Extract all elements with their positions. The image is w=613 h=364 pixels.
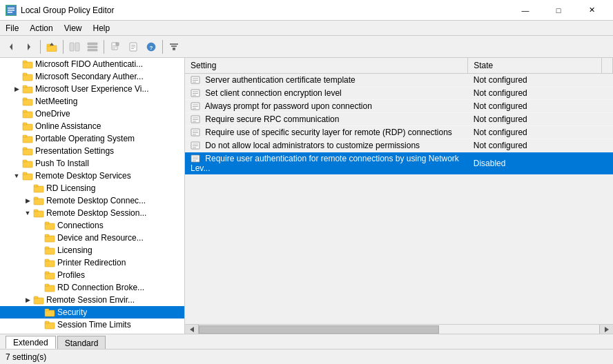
tab-extended[interactable]: Extended (6, 336, 56, 349)
tree-item-onedrive[interactable]: OneDrive (0, 108, 184, 120)
tree-item-profiles[interactable]: Profiles (0, 269, 184, 281)
expand-rd-conn: ▶ (22, 194, 33, 207)
tree-item-rd-conn-broker[interactable]: RD Connection Broke... (0, 281, 184, 294)
svg-rect-22 (131, 48, 134, 49)
tree-item-presentation[interactable]: Presentation Settings (0, 145, 184, 157)
expand-secondary (11, 70, 22, 83)
setting-icon-0 (191, 76, 200, 84)
menu-action[interactable]: Action (24, 22, 58, 34)
new-button[interactable] (107, 39, 124, 55)
expand-userexp: ▶ (11, 83, 22, 95)
expand-printer (33, 256, 44, 269)
tree-item-userexp[interactable]: ▶ Microsoft User Experience Vi... (0, 83, 184, 95)
tree-item-secondary[interactable]: Microsoft Secondary Auther... (0, 70, 184, 83)
col-extra (602, 58, 613, 73)
folder-up-button[interactable] (43, 39, 60, 55)
menu-file[interactable]: File (0, 22, 24, 34)
tab-standard[interactable]: Standard (57, 336, 106, 349)
tree-label-session-time: Session Time Limits (57, 320, 131, 330)
setting-icon-4 (191, 128, 200, 136)
tree-label-device: Device and Resource... (57, 233, 144, 243)
window-title: Local Group Policy Editor (21, 6, 114, 15)
table-row-selected[interactable]: Require user authentication for remote c… (185, 152, 613, 174)
table-row[interactable]: Server authentication certificate templa… (185, 73, 613, 86)
folder-licensing (44, 245, 55, 256)
table-row[interactable]: Always prompt for password upon connecti… (185, 99, 613, 112)
svg-rect-61 (45, 247, 49, 249)
status-bar: 7 setting(s) (0, 349, 613, 364)
extra-cell-0 (602, 73, 613, 86)
toolbar-sep-4 (162, 40, 163, 54)
svg-rect-55 (34, 210, 38, 212)
h-scrollbar[interactable] (185, 324, 613, 334)
scroll-right-btn[interactable] (599, 325, 613, 334)
extra-cell-1 (602, 86, 613, 99)
folder-connections (44, 220, 55, 231)
extra-cell-5 (602, 139, 613, 152)
tree-item-remote-desktop[interactable]: ▼ Remote Desktop Services (0, 170, 184, 182)
tree-item-netmeeting[interactable]: NetMeeting (0, 95, 184, 108)
properties-button[interactable] (125, 39, 142, 55)
tree-item-portable[interactable]: Portable Operating System (0, 132, 184, 145)
menu-help[interactable]: Help (88, 22, 116, 34)
toolbar: ? (0, 36, 613, 58)
setting-icon-3 (191, 115, 200, 123)
tree-item-rd-connection[interactable]: ▶ Remote Desktop Connec... (0, 194, 184, 207)
svg-marker-4 (10, 43, 12, 50)
show-hide-button[interactable] (66, 39, 83, 55)
tree-item-device[interactable]: Device and Resource... (0, 232, 184, 244)
table-row[interactable]: Require secure RPC communication Not con… (185, 112, 613, 125)
close-button[interactable]: ✕ (576, 0, 607, 21)
tree-item-fido[interactable]: Microsoft FIDO Authenticati... (0, 58, 184, 70)
tree-button[interactable] (84, 39, 101, 55)
tree-item-printer[interactable]: Printer Redirection (0, 256, 184, 269)
tree-item-remote-session-env[interactable]: ▶ Remote Session Envir... (0, 294, 184, 306)
state-cell: Not configured (468, 99, 602, 112)
tree-label-profiles: Profiles (57, 270, 85, 280)
minimize-button[interactable]: — (509, 0, 541, 21)
svg-rect-56 (45, 223, 55, 230)
scroll-thumb[interactable] (199, 325, 439, 334)
help-button[interactable]: ? (143, 39, 159, 55)
tree-item-security[interactable]: Security (0, 306, 184, 318)
svg-marker-103 (605, 327, 609, 332)
tree-item-rd-session[interactable]: ▼ Remote Desktop Session... (0, 207, 184, 219)
tree-item-session-time[interactable]: Session Time Limits (0, 318, 184, 331)
maximize-button[interactable]: □ (543, 0, 574, 21)
svg-rect-43 (23, 135, 27, 137)
settings-table-scroll[interactable]: Setting State Server authentication cert… (185, 58, 613, 324)
svg-marker-5 (28, 43, 30, 50)
scroll-left-btn[interactable] (185, 325, 199, 334)
table-row[interactable]: Require use of specific security layer f… (185, 125, 613, 139)
table-row[interactable]: Set client connection encryption level N… (185, 86, 613, 99)
filter-button[interactable] (166, 39, 182, 55)
expand-rd-sess: ▼ (22, 207, 33, 219)
tree-item-rd-licensing[interactable]: RD Licensing (0, 182, 184, 194)
toolbar-sep-1 (40, 40, 41, 54)
tree-item-connections[interactable]: Connections (0, 219, 184, 232)
menu-view[interactable]: View (59, 22, 88, 34)
tree-label-licensing: Licensing (57, 245, 93, 255)
tree-panel[interactable]: Microsoft FIDO Authenticati... Microsoft… (0, 58, 185, 334)
forward-button[interactable] (21, 39, 37, 55)
expand-rds: ▼ (11, 170, 22, 182)
menu-bar: File Action View Help (0, 21, 613, 36)
folder-secondary (22, 71, 33, 82)
folder-push (22, 158, 33, 169)
svg-rect-13 (88, 49, 97, 51)
table-row[interactable]: Do not allow local administrators to cus… (185, 139, 613, 152)
svg-rect-50 (34, 186, 43, 192)
expand-onedrive (11, 108, 22, 120)
back-button[interactable] (3, 39, 19, 55)
svg-rect-78 (191, 90, 200, 97)
svg-rect-74 (191, 77, 200, 83)
tree-item-licensing[interactable]: Licensing (0, 244, 184, 256)
tabs-bar: Extended Standard (0, 334, 613, 349)
svg-rect-67 (45, 284, 49, 286)
tree-item-online-assistance[interactable]: Online Assistance (0, 120, 184, 132)
svg-rect-72 (45, 323, 55, 329)
svg-rect-57 (45, 222, 49, 224)
tree-label-onedrive: OneDrive (35, 109, 70, 119)
tree-item-push-install[interactable]: Push To Install (0, 157, 184, 170)
svg-rect-73 (45, 321, 49, 323)
